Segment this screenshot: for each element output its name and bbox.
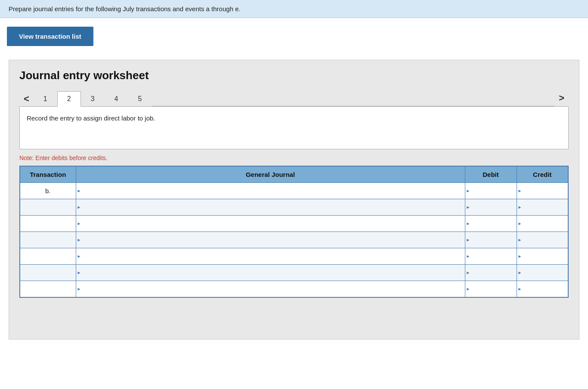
cell-arrow-icon: ► bbox=[76, 248, 82, 264]
description-box: Record the entry to assign direct labor … bbox=[19, 106, 569, 149]
debit-arrow-icon: ► bbox=[465, 265, 471, 281]
general-journal-cell[interactable]: ► bbox=[76, 265, 465, 281]
debit-input[interactable] bbox=[471, 199, 517, 215]
credit-arrow-icon: ► bbox=[517, 216, 523, 232]
table-row: ►►► bbox=[20, 248, 568, 265]
debit-arrow-icon: ► bbox=[465, 232, 471, 248]
credit-input[interactable] bbox=[523, 199, 568, 215]
worksheet-container: Journal entry worksheet < 1 2 3 4 5 > Re… bbox=[9, 60, 579, 340]
worksheet-title: Journal entry worksheet bbox=[19, 69, 569, 82]
credit-arrow-icon: ► bbox=[517, 183, 523, 199]
credit-cell[interactable]: ► bbox=[517, 216, 568, 232]
cell-arrow-icon: ► bbox=[76, 183, 82, 199]
cell-arrow-icon: ► bbox=[76, 216, 82, 232]
header-debit: Debit bbox=[465, 166, 517, 183]
debit-arrow-icon: ► bbox=[465, 199, 471, 215]
transaction-cell bbox=[20, 216, 76, 232]
debit-input[interactable] bbox=[471, 248, 517, 264]
credit-input[interactable] bbox=[523, 183, 568, 199]
debit-cell[interactable]: ► bbox=[465, 265, 517, 281]
debit-cell[interactable]: ► bbox=[465, 281, 517, 297]
tab-5[interactable]: 5 bbox=[128, 91, 152, 107]
general-journal-input[interactable] bbox=[82, 248, 465, 264]
debit-input[interactable] bbox=[471, 183, 517, 199]
header-transaction: Transaction bbox=[20, 166, 76, 183]
transaction-cell: b. bbox=[20, 183, 76, 199]
credit-arrow-icon: ► bbox=[517, 199, 523, 215]
table-row: ►►► bbox=[20, 281, 568, 297]
credit-cell[interactable]: ► bbox=[517, 248, 568, 265]
debit-cell[interactable]: ► bbox=[465, 199, 517, 216]
transaction-cell bbox=[20, 248, 76, 265]
table-row: ►►► bbox=[20, 265, 568, 281]
debit-cell[interactable]: ► bbox=[465, 183, 517, 199]
tab-2[interactable]: 2 bbox=[57, 91, 81, 107]
top-banner: Prepare journal entries for the followin… bbox=[0, 0, 588, 18]
table-row: ►►► bbox=[20, 232, 568, 248]
tab-1[interactable]: 1 bbox=[34, 91, 57, 107]
description-text: Record the entry to assign direct labor … bbox=[27, 114, 155, 122]
general-journal-input[interactable] bbox=[82, 199, 465, 215]
credit-input[interactable] bbox=[523, 281, 568, 297]
general-journal-input[interactable] bbox=[82, 216, 465, 232]
general-journal-cell[interactable]: ► bbox=[76, 248, 465, 265]
header-credit: Credit bbox=[517, 166, 568, 183]
banner-text: Prepare journal entries for the followin… bbox=[9, 5, 579, 12]
general-journal-input[interactable] bbox=[82, 281, 465, 297]
debit-arrow-icon: ► bbox=[465, 248, 471, 264]
credit-input[interactable] bbox=[523, 248, 568, 264]
debit-arrow-icon: ► bbox=[465, 281, 471, 297]
general-journal-cell[interactable]: ► bbox=[76, 199, 465, 216]
credit-input[interactable] bbox=[523, 232, 568, 248]
cell-arrow-icon: ► bbox=[76, 232, 82, 248]
transaction-cell bbox=[20, 199, 76, 216]
credit-cell[interactable]: ► bbox=[517, 232, 568, 248]
tab-3[interactable]: 3 bbox=[81, 91, 105, 107]
debit-input[interactable] bbox=[471, 216, 517, 232]
view-transaction-button[interactable]: View transaction list bbox=[7, 27, 93, 46]
credit-arrow-icon: ► bbox=[517, 265, 523, 281]
general-journal-cell[interactable]: ► bbox=[76, 232, 465, 248]
table-row: ►►► bbox=[20, 199, 568, 216]
transaction-cell bbox=[20, 265, 76, 281]
transaction-cell bbox=[20, 232, 76, 248]
credit-arrow-icon: ► bbox=[517, 232, 523, 248]
note-text: Note: Enter debits before credits. bbox=[19, 154, 569, 161]
general-journal-input[interactable] bbox=[82, 265, 465, 281]
header-general-journal: General Journal bbox=[76, 166, 465, 183]
table-row: b.►►► bbox=[20, 183, 568, 199]
credit-input[interactable] bbox=[523, 265, 568, 281]
credit-arrow-icon: ► bbox=[517, 248, 523, 264]
debit-arrow-icon: ► bbox=[465, 216, 471, 232]
table-row: ►►► bbox=[20, 216, 568, 232]
general-journal-cell[interactable]: ► bbox=[76, 281, 465, 297]
debit-cell[interactable]: ► bbox=[465, 232, 517, 248]
journal-table: Transaction General Journal Debit Credit… bbox=[19, 166, 569, 298]
debit-input[interactable] bbox=[471, 265, 517, 281]
credit-cell[interactable]: ► bbox=[517, 183, 568, 199]
cell-arrow-icon: ► bbox=[76, 265, 82, 281]
tab-4[interactable]: 4 bbox=[105, 91, 128, 107]
credit-cell[interactable]: ► bbox=[517, 281, 568, 297]
general-journal-cell[interactable]: ► bbox=[76, 183, 465, 199]
credit-input[interactable] bbox=[523, 216, 568, 232]
general-journal-input[interactable] bbox=[82, 232, 465, 248]
cell-arrow-icon: ► bbox=[76, 199, 82, 215]
credit-arrow-icon: ► bbox=[517, 281, 523, 297]
cell-arrow-icon: ► bbox=[76, 281, 82, 297]
general-journal-input[interactable] bbox=[82, 183, 465, 199]
tab-prev-arrow[interactable]: < bbox=[19, 92, 34, 106]
tab-next-arrow[interactable]: > bbox=[554, 90, 569, 106]
transaction-cell bbox=[20, 281, 76, 297]
credit-cell[interactable]: ► bbox=[517, 199, 568, 216]
debit-cell[interactable]: ► bbox=[465, 248, 517, 265]
debit-cell[interactable]: ► bbox=[465, 216, 517, 232]
debit-arrow-icon: ► bbox=[465, 183, 471, 199]
credit-cell[interactable]: ► bbox=[517, 265, 568, 281]
debit-input[interactable] bbox=[471, 281, 517, 297]
tabs-row: < 1 2 3 4 5 > bbox=[19, 90, 569, 106]
debit-input[interactable] bbox=[471, 232, 517, 248]
general-journal-cell[interactable]: ► bbox=[76, 216, 465, 232]
